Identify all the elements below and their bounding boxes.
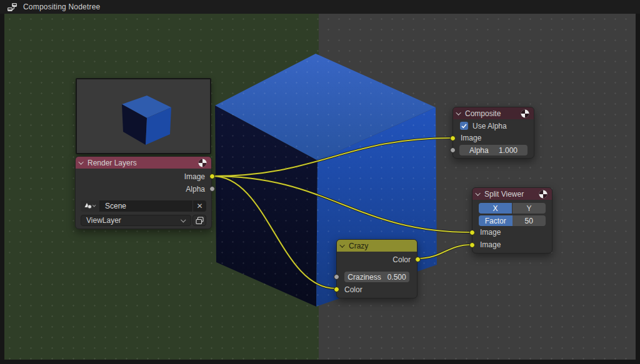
use-alpha-checkbox[interactable] (460, 122, 468, 130)
viewlayer-dropdown[interactable]: ViewLayer (81, 215, 191, 226)
socket-alpha-output[interactable] (209, 186, 215, 192)
scene-selector: Scene ✕ (81, 200, 206, 212)
node-crazy[interactable]: Crazy Color Craziness 0.500 Color (336, 239, 418, 298)
socket-label: Image (184, 172, 205, 181)
socket-image2-input[interactable] (469, 242, 475, 248)
new-viewlayer-button[interactable] (192, 215, 206, 226)
axis-toggle: X Y (479, 203, 546, 214)
alpha-field-label: Alpha (469, 146, 489, 155)
split-viewer-header[interactable]: Split Viewer (472, 188, 552, 200)
input-row-image: Image (453, 132, 534, 144)
input-row-image-2: Image (472, 239, 552, 251)
checkmark-icon (461, 124, 467, 129)
node-link[interactable] (212, 138, 452, 176)
output-row-alpha: Alpha (76, 183, 211, 195)
socket-label: Alpha (186, 185, 205, 194)
node-link[interactable] (212, 176, 336, 288)
use-alpha-row: Use Alpha (453, 121, 534, 131)
axis-x-button[interactable]: X (479, 203, 512, 214)
output-row-color: Color (337, 253, 417, 266)
crazy-header[interactable]: Crazy (337, 240, 417, 252)
node-title: Crazy (349, 242, 412, 250)
socket-label: Image (461, 134, 481, 142)
alpha-value-field[interactable]: Alpha 1.000 (459, 145, 528, 155)
editor-title: Compositing Nodetree (23, 2, 100, 11)
socket-image1-input[interactable] (469, 230, 475, 235)
node-render-layers[interactable]: Render Layers Image Alpha (75, 156, 212, 229)
editor-header: Compositing Nodetree (0, 0, 640, 14)
preview-cube (77, 79, 210, 153)
socket-image-input[interactable] (450, 135, 456, 141)
scene-name-field[interactable]: Scene (100, 200, 192, 212)
craziness-field[interactable]: Craziness 0.500 (344, 272, 409, 282)
output-row-image: Image (76, 170, 211, 183)
clear-x-icon[interactable]: ✕ (192, 200, 206, 212)
render-layers-header[interactable]: Render Layers (76, 157, 211, 169)
socket-label: Color (392, 255, 411, 264)
node-composite[interactable]: Composite Use Alpha Image (452, 107, 534, 159)
node-editor-canvas[interactable]: Render Layers Image Alpha (4, 14, 636, 360)
factor-slider[interactable]: Factor 50 (479, 215, 546, 226)
socket-label: Image (480, 240, 501, 249)
socket-alpha-input[interactable] (450, 147, 456, 153)
collapse-chevron-icon[interactable] (475, 190, 480, 195)
node-title: Split Viewer (484, 190, 535, 199)
viewlayer-value: ViewLayer (86, 216, 182, 225)
viewlayer-icon (196, 217, 204, 225)
scene-browse-button[interactable] (81, 200, 100, 212)
socket-color-output[interactable] (415, 257, 421, 262)
factor-label: Factor (479, 215, 512, 226)
composite-header[interactable]: Composite (453, 107, 534, 119)
socket-craziness-input[interactable] (334, 274, 339, 280)
dropdown-chevron-icon (92, 204, 96, 207)
craziness-value: 0.500 (388, 273, 406, 282)
scene-icon (84, 202, 92, 210)
viewlayer-selector: ViewLayer (81, 215, 206, 226)
node-split-viewer[interactable]: Split Viewer X Y Factor 50 Image Ima (472, 187, 552, 253)
factor-value: 50 (512, 215, 546, 226)
render-layers-preview (76, 78, 211, 154)
socket-color-input[interactable] (334, 287, 339, 292)
socket-label: Image (480, 228, 501, 237)
node-link[interactable] (418, 245, 471, 258)
input-row-color: Color (337, 283, 417, 296)
craziness-label: Craziness (348, 273, 381, 282)
nodetree-icon (7, 2, 18, 12)
input-row-image-1: Image (472, 226, 552, 239)
socket-label: Color (344, 285, 362, 294)
socket-image-output[interactable] (209, 174, 215, 179)
axis-y-button[interactable]: Y (512, 203, 546, 214)
alpha-field-value: 1.000 (499, 146, 518, 155)
node-title: Render Layers (88, 159, 194, 167)
shading-sphere-icon[interactable] (521, 109, 529, 118)
shading-sphere-icon[interactable] (198, 159, 207, 167)
use-alpha-label: Use Alpha (472, 122, 507, 130)
node-link[interactable] (212, 176, 471, 232)
shading-sphere-icon[interactable] (539, 190, 548, 199)
node-title: Composite (465, 109, 517, 118)
collapse-chevron-icon[interactable] (456, 110, 461, 115)
collapse-chevron-icon[interactable] (339, 242, 344, 247)
collapse-chevron-icon[interactable] (78, 159, 83, 164)
